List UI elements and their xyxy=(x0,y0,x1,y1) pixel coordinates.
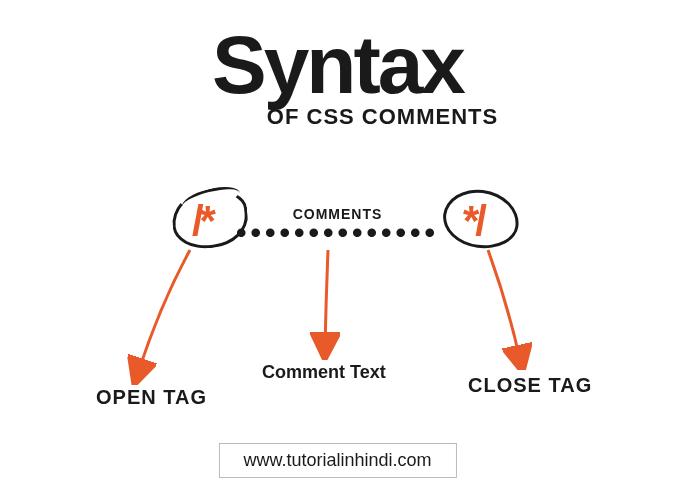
close-symbol-wrap: */ xyxy=(457,195,489,247)
close-symbol: */ xyxy=(457,195,489,247)
open-symbol-wrap: /* xyxy=(186,195,218,247)
title-block: Syntax OF CSS COMMENTS xyxy=(0,28,675,130)
footer-url: www.tutorialinhindi.com xyxy=(218,443,456,478)
subtitle: OF CSS COMMENTS xyxy=(90,104,675,130)
open-tag-label: OPEN TAG xyxy=(96,386,207,409)
close-tag-label: CLOSE TAG xyxy=(468,374,592,397)
arrow-comment xyxy=(300,245,360,360)
syntax-row: /* COMMENTS •••••••••••••• */ xyxy=(0,195,675,247)
comment-text-label: Comment Text xyxy=(262,362,386,383)
dots-separator: •••••••••••••• xyxy=(236,228,439,237)
arrow-open xyxy=(120,245,220,385)
mid-block: COMMENTS •••••••••••••• xyxy=(236,206,439,237)
arrow-close xyxy=(470,245,550,370)
main-title: Syntax xyxy=(0,28,675,102)
open-symbol: /* xyxy=(186,195,218,247)
